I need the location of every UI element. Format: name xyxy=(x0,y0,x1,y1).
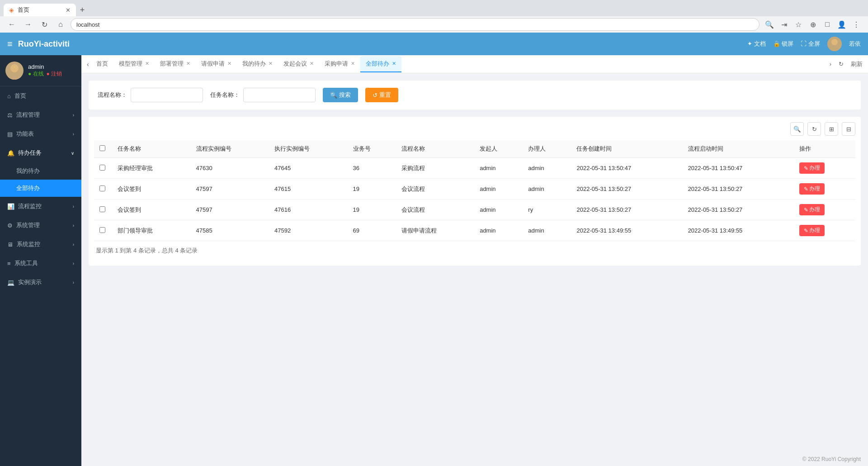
tab-close-icon-4[interactable]: ✕ xyxy=(269,61,273,67)
table-grid-button[interactable]: ⊟ xyxy=(842,122,855,136)
tab-next-button[interactable]: › xyxy=(828,61,833,67)
summary-text: 显示第 1 到第 4 条记录，总共 4 条记录 xyxy=(96,247,198,254)
cell-start-time: 2022-05-31 13:49:55 xyxy=(683,220,794,241)
browser-tab-close-icon[interactable]: ✕ xyxy=(66,7,71,14)
sidebar-item-my-todo[interactable]: 我的待办 xyxy=(0,162,81,180)
hamburger-button[interactable]: ≡ xyxy=(7,39,13,49)
table-search-button[interactable]: 🔍 xyxy=(790,122,804,136)
row-checkbox-1[interactable] xyxy=(99,185,105,191)
layout-icon[interactable]: □ xyxy=(821,18,834,31)
top-nav-right: ✦ 文档 🔒 锁屏 ⛶ 全屏 若依 xyxy=(747,37,861,51)
tab-close-icon-3[interactable]: ✕ xyxy=(227,61,231,67)
tab-close-icon[interactable]: ✕ xyxy=(145,61,149,67)
tab-close-icon-5[interactable]: ✕ xyxy=(310,61,314,67)
lock-button[interactable]: 🔒 锁屏 xyxy=(773,40,794,48)
tab-leave-apply[interactable]: 请假申请✕ xyxy=(196,56,237,72)
svg-point-0 xyxy=(831,39,838,45)
tab-home[interactable]: 首页 xyxy=(91,56,113,72)
tab-my-todo[interactable]: 我的待办✕ xyxy=(237,56,278,72)
tab-favicon-icon: ◈ xyxy=(9,6,14,14)
sidebar-item-process-monitor[interactable]: 📊流程监控 › xyxy=(0,197,81,216)
cell-business-no: 19 xyxy=(348,179,396,200)
tab-purchase-apply[interactable]: 采购申请✕ xyxy=(319,56,360,72)
sidebar-item-process-mgmt[interactable]: ⚖流程管理 › xyxy=(0,105,81,124)
cell-create-time: 2022-05-31 13:50:47 xyxy=(571,158,682,179)
tab-close-icon-2[interactable]: ✕ xyxy=(186,61,190,67)
refresh-button[interactable]: ↻ xyxy=(38,18,51,31)
col-business-no: 业务号 xyxy=(348,140,396,158)
select-all-checkbox[interactable] xyxy=(99,145,105,151)
tab-model-mgmt[interactable]: 模型管理✕ xyxy=(113,56,155,72)
search-button[interactable]: 🔍 搜索 xyxy=(323,88,358,102)
bookmark-icon[interactable]: ☆ xyxy=(792,18,805,31)
tab-all-todo[interactable]: 全部待办✕ xyxy=(360,56,401,72)
sidebar-item-all-todo[interactable]: 全部待办 xyxy=(0,180,81,197)
avatar[interactable] xyxy=(827,37,842,51)
home-button[interactable]: ⌂ xyxy=(54,18,67,31)
table-refresh-button[interactable]: ↻ xyxy=(807,122,821,136)
cell-business-no: 36 xyxy=(348,158,396,179)
sidebar-item-demo[interactable]: 💻实例演示 › xyxy=(0,273,81,292)
row-checkbox-2[interactable] xyxy=(99,206,105,212)
cell-start-time: 2022-05-31 13:50:27 xyxy=(683,200,794,220)
app-logo: RuoYi-activiti xyxy=(18,39,70,49)
sidebar-item-func-table[interactable]: ▤功能表 › xyxy=(0,124,81,143)
doc-button[interactable]: ✦ 文档 xyxy=(747,40,766,48)
cell-exec-instance: 47615 xyxy=(269,179,348,200)
svg-point-3 xyxy=(8,73,21,80)
col-process-instance: 流程实例编号 xyxy=(191,140,269,158)
browser-tab[interactable]: ◈ 首页 ✕ xyxy=(4,4,76,16)
logout-button[interactable]: ● 注销 xyxy=(47,70,62,78)
col-initiator: 发起人 xyxy=(474,140,523,158)
sidebar-item-todo-task[interactable]: 🔔待办任务 ∨ xyxy=(0,143,81,162)
cell-create-time: 2022-05-31 13:49:55 xyxy=(571,220,682,241)
tab-start-meeting[interactable]: 发起会议✕ xyxy=(278,56,319,72)
handle-button-0[interactable]: ✎ 办理 xyxy=(799,162,825,174)
zoom-icon[interactable]: 🔍 xyxy=(763,18,776,31)
cast-icon[interactable]: ⇥ xyxy=(778,18,790,31)
task-name-input[interactable] xyxy=(243,88,316,102)
cell-handler: admin xyxy=(523,158,571,179)
data-table: 任务名称 流程实例编号 执行实例编号 业务号 流程名称 发起人 办理人 任务创建… xyxy=(94,140,855,241)
forward-button[interactable]: → xyxy=(22,18,34,31)
cell-handler: admin xyxy=(523,220,571,241)
reset-button[interactable]: ↺ 重置 xyxy=(365,88,398,102)
sidebar-item-home[interactable]: ⌂首页 xyxy=(0,86,81,105)
tab-close-all-button[interactable]: 刷新 xyxy=(849,60,864,68)
col-action: 操作 xyxy=(794,140,855,158)
sidebar-item-system-tools[interactable]: ≡系统工具 › xyxy=(0,254,81,273)
table-columns-button[interactable]: ⊞ xyxy=(825,122,838,136)
sidebar-item-system-monitor[interactable]: 🖥系统监控 › xyxy=(0,235,81,254)
cell-action: ✎ 办理 xyxy=(794,179,855,200)
handle-button-3[interactable]: ✎ 办理 xyxy=(799,225,825,236)
tab-prev-button[interactable]: ‹ xyxy=(85,61,91,68)
handle-button-2[interactable]: ✎ 办理 xyxy=(799,204,825,215)
back-button[interactable]: ← xyxy=(5,18,18,31)
row-checkbox-3[interactable] xyxy=(99,227,105,233)
cell-exec-instance: 47592 xyxy=(269,220,348,241)
process-name-input[interactable] xyxy=(131,88,203,102)
handle-icon: ✎ xyxy=(804,228,808,234)
new-tab-button[interactable]: + xyxy=(76,4,89,16)
address-text: localhost xyxy=(76,21,99,28)
search-bar: 流程名称： 任务名称： 🔍 搜索 ↺ 重置 xyxy=(89,81,861,109)
row-checkbox-0[interactable] xyxy=(99,165,105,171)
tab-close-icon-7[interactable]: ✕ xyxy=(392,61,396,67)
tab-bar-right: › ↻ 刷新 xyxy=(828,60,864,68)
fullscreen-button[interactable]: ⛶ 全屏 xyxy=(801,40,820,48)
demo-icon: 💻 xyxy=(7,279,14,286)
profile-icon[interactable]: 👤 xyxy=(835,18,848,31)
extension-icon[interactable]: ⊕ xyxy=(807,18,819,31)
handle-button-1[interactable]: ✎ 办理 xyxy=(799,183,825,195)
todo-icon: 🔔 xyxy=(7,150,14,157)
sidebar-item-system-mgmt[interactable]: ⚙系统管理 › xyxy=(0,216,81,235)
tab-dept-mgmt[interactable]: 部署管理✕ xyxy=(155,56,196,72)
tab-refresh-button[interactable]: ↻ xyxy=(837,61,845,67)
menu-icon[interactable]: ⋮ xyxy=(850,18,863,31)
tab-close-icon-6[interactable]: ✕ xyxy=(351,61,355,67)
col-handler: 办理人 xyxy=(523,140,571,158)
sidebar-avatar xyxy=(5,62,24,80)
address-bar[interactable]: localhost xyxy=(71,18,760,31)
cell-process-instance: 47585 xyxy=(191,220,269,241)
handle-icon: ✎ xyxy=(804,186,808,192)
